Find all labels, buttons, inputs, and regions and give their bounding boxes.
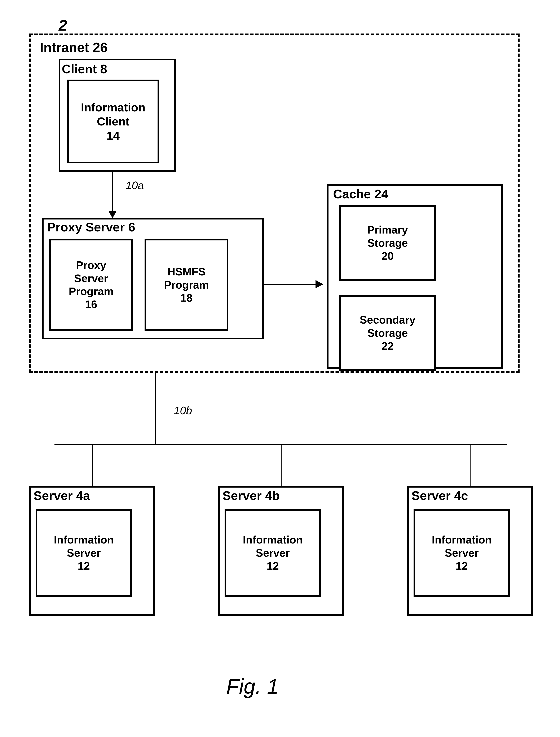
arrow-10b-label: 10b [174,404,192,417]
vert-drop-mid [281,444,282,486]
vert-drop-right [470,444,471,486]
info-server-4a-box: InformationServer12 [36,509,132,597]
server-4c-label: Server 4c [411,488,468,503]
figure-caption: Fig. 1 [226,674,279,698]
info-server-4c-box: InformationServer12 [414,509,510,597]
info-server-4a-text: InformationServer12 [54,533,114,572]
arrow-10a-label: 10a [126,179,144,192]
arrow-hsmfs-to-cache [264,284,323,285]
info-server-4b-text: InformationServer12 [243,533,303,572]
secondary-storage-text: SecondaryStorage22 [360,313,415,353]
diagram-container: 2 Intranet 26 Client 8 InformationClient… [17,13,541,714]
client-label: Client 8 [62,62,107,76]
cache-label: Cache 24 [333,187,388,201]
proxy-program-box: ProxyServerProgram16 [49,239,133,331]
proxy-program-text: ProxyServerProgram16 [69,259,114,311]
hsmfs-text: HSMFSProgram18 [164,265,209,304]
arrow-10a [112,172,113,218]
info-client-text: InformationClient14 [81,100,145,143]
primary-storage-box: PrimaryStorage20 [339,205,436,281]
server-4a-label: Server 4a [34,488,90,503]
vert-drop-left [92,444,93,486]
proxy-server-label: Proxy Server 6 [47,220,135,234]
info-client-box: InformationClient14 [67,80,159,163]
figure-number: 2 [59,17,67,34]
vert-line-main [155,373,156,444]
info-server-4c-text: InformationServer12 [432,533,492,572]
server-4b-label: Server 4b [222,488,280,503]
hsmfs-box: HSMFSProgram18 [145,239,228,331]
intranet-label: Intranet 26 [40,40,108,55]
primary-storage-text: PrimaryStorage20 [367,223,408,263]
info-server-4b-box: InformationServer12 [225,509,321,597]
secondary-storage-box: SecondaryStorage22 [339,295,436,371]
